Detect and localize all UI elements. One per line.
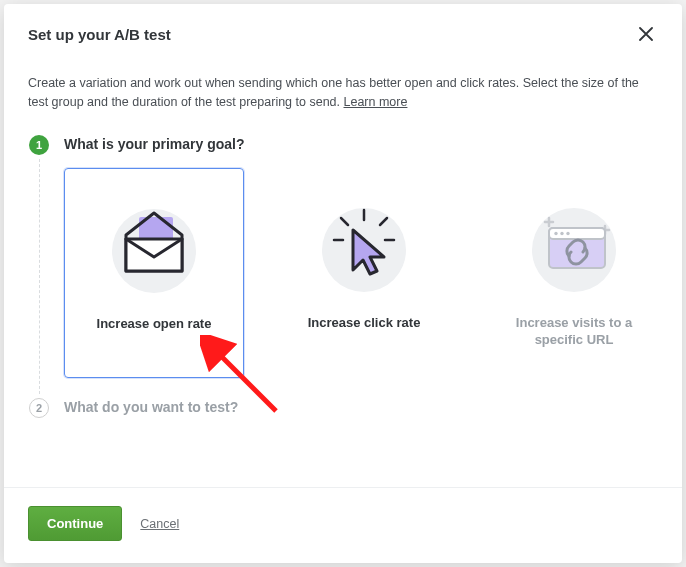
step-rail: 1 bbox=[28, 135, 50, 398]
svg-point-16 bbox=[560, 232, 563, 235]
goal-label: Increase visits to a specific URL bbox=[496, 314, 652, 349]
step-number-badge: 2 bbox=[29, 398, 49, 418]
modal-title: Set up your A/B test bbox=[28, 26, 171, 43]
step-connector bbox=[39, 159, 40, 394]
goal-card-click-rate[interactable]: Increase click rate bbox=[274, 168, 454, 378]
intro-copy: Create a variation and work out when sen… bbox=[28, 76, 639, 109]
learn-more-link[interactable]: Learn more bbox=[344, 95, 408, 109]
svg-point-17 bbox=[566, 232, 569, 235]
continue-button[interactable]: Continue bbox=[28, 506, 122, 541]
goal-card-open-rate[interactable]: Increase open rate bbox=[64, 168, 244, 378]
step-primary-goal: 1 What is your primary goal? bbox=[28, 135, 658, 398]
modal-body: Create a variation and work out when sen… bbox=[4, 60, 682, 487]
goal-label: Increase open rate bbox=[97, 315, 212, 333]
step-title: What is your primary goal? bbox=[64, 136, 664, 152]
goal-cards: Increase open rate bbox=[64, 168, 664, 378]
intro-text: Create a variation and work out when sen… bbox=[28, 74, 658, 113]
modal-footer: Continue Cancel bbox=[4, 487, 682, 563]
envelope-icon bbox=[99, 191, 209, 301]
browser-link-icon bbox=[519, 190, 629, 300]
step-content: What do you want to test? bbox=[64, 398, 658, 451]
cancel-button[interactable]: Cancel bbox=[140, 517, 179, 531]
step-rail: 2 bbox=[28, 398, 50, 451]
goal-card-visits-url[interactable]: Increase visits to a specific URL bbox=[484, 168, 664, 378]
svg-point-15 bbox=[554, 232, 557, 235]
close-icon bbox=[639, 27, 653, 41]
step-title: What do you want to test? bbox=[64, 399, 658, 415]
step-content: What is your primary goal? bbox=[64, 135, 664, 398]
cursor-click-icon bbox=[309, 190, 419, 300]
goal-label: Increase click rate bbox=[308, 314, 421, 332]
step-number-badge: 1 bbox=[29, 135, 49, 155]
steps: 1 What is your primary goal? bbox=[28, 135, 658, 451]
step-what-to-test: 2 What do you want to test? bbox=[28, 398, 658, 451]
ab-test-modal: Set up your A/B test Create a variation … bbox=[4, 4, 682, 563]
modal-header: Set up your A/B test bbox=[4, 4, 682, 60]
close-button[interactable] bbox=[634, 22, 658, 46]
